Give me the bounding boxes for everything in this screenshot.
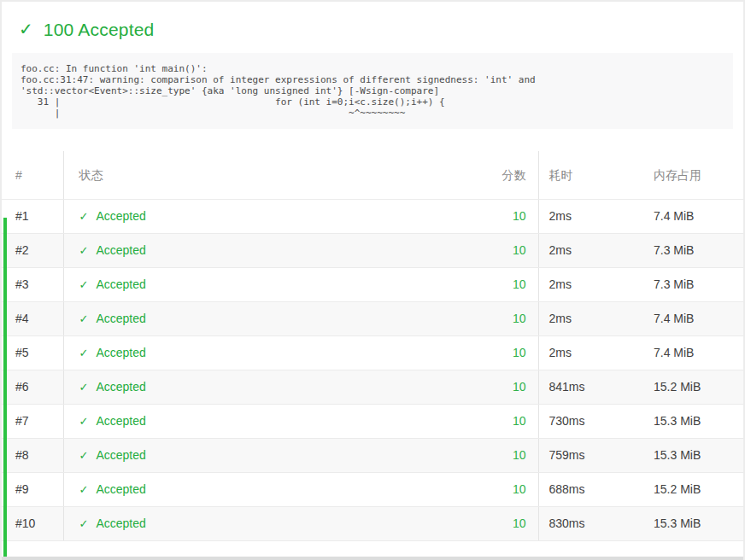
column-header-memory: 内存占用 <box>654 151 743 200</box>
case-score: 10 <box>403 336 538 370</box>
case-score: 10 <box>403 268 538 302</box>
case-status: ✓Accepted <box>63 473 403 507</box>
result-summary-header: ✓ 100 Accepted <box>2 2 743 39</box>
check-icon: ✓ <box>79 244 89 257</box>
check-icon: ✓ <box>79 517 89 530</box>
case-status: ✓Accepted <box>63 370 403 405</box>
case-status: ✓Accepted <box>63 507 403 541</box>
check-icon: ✓ <box>79 449 89 462</box>
case-memory: 15.2 MiB <box>654 473 743 507</box>
case-id: #7 <box>2 405 63 439</box>
case-status-label: Accepted <box>96 209 145 223</box>
table-row: #3✓Accepted102ms7.3 MiB <box>2 268 743 302</box>
check-icon: ✓ <box>79 483 89 496</box>
case-status: ✓Accepted <box>63 405 403 439</box>
check-icon: ✓ <box>79 381 89 394</box>
case-memory: 15.3 MiB <box>654 405 743 439</box>
table-row: #10✓Accepted10830ms15.3 MiB <box>2 507 743 541</box>
case-id: #9 <box>2 473 63 507</box>
case-score: 10 <box>403 234 538 268</box>
case-status: ✓Accepted <box>63 200 403 234</box>
case-status-label: Accepted <box>96 414 145 428</box>
check-icon: ✓ <box>79 312 89 325</box>
table-row: #4✓Accepted102ms7.4 MiB <box>2 302 743 336</box>
check-icon: ✓ <box>79 415 89 428</box>
status-color-bar <box>3 218 7 557</box>
column-header-status: 状态 <box>63 151 403 200</box>
case-status-label: Accepted <box>96 312 145 325</box>
case-status: ✓Accepted <box>63 439 403 473</box>
check-icon: ✓ <box>79 210 89 223</box>
page-title: 100 Accepted <box>44 20 155 38</box>
check-icon: ✓ <box>79 278 89 291</box>
case-status-label: Accepted <box>96 516 145 530</box>
case-time: 2ms <box>538 234 654 268</box>
window-bottom-edge <box>2 557 743 560</box>
case-status: ✓Accepted <box>63 302 403 336</box>
case-status-label: Accepted <box>96 380 145 394</box>
case-memory: 15.2 MiB <box>654 370 743 405</box>
case-id: #8 <box>2 439 63 473</box>
testcase-results-table: # 状态 分数 耗时 内存占用 #1✓Accepted102ms7.4 MiB#… <box>2 151 743 541</box>
case-id: #1 <box>2 200 63 234</box>
table-row: #8✓Accepted10759ms15.3 MiB <box>2 439 743 473</box>
case-time: 841ms <box>538 370 654 405</box>
case-status-label: Accepted <box>96 346 145 359</box>
case-score: 10 <box>403 507 538 541</box>
table-row: #5✓Accepted102ms7.4 MiB <box>2 336 743 370</box>
case-score: 10 <box>403 370 538 405</box>
case-time: 2ms <box>538 336 654 370</box>
case-time: 688ms <box>538 473 654 507</box>
record-detail-page: ✓ 100 Accepted foo.cc: In function 'int … <box>0 0 745 560</box>
case-memory: 7.3 MiB <box>654 234 743 268</box>
case-score: 10 <box>403 302 538 336</box>
case-status: ✓Accepted <box>63 268 403 302</box>
case-status-label: Accepted <box>96 482 145 496</box>
case-id: #3 <box>2 268 63 302</box>
check-icon: ✓ <box>79 347 89 359</box>
case-id: #10 <box>2 507 63 541</box>
case-status-label: Accepted <box>96 277 145 291</box>
column-header-time: 耗时 <box>538 151 654 200</box>
case-memory: 7.3 MiB <box>654 268 743 302</box>
case-id: #5 <box>2 336 63 370</box>
case-memory: 15.3 MiB <box>654 507 743 541</box>
table-row: #9✓Accepted10688ms15.2 MiB <box>2 473 743 507</box>
accepted-check-icon: ✓ <box>19 20 33 38</box>
case-id: #4 <box>2 302 63 336</box>
table-row: #2✓Accepted102ms7.3 MiB <box>2 234 743 268</box>
table-row: #6✓Accepted10841ms15.2 MiB <box>2 370 743 405</box>
results-table-body: #1✓Accepted102ms7.4 MiB#2✓Accepted102ms7… <box>2 200 743 541</box>
table-row: #7✓Accepted10730ms15.3 MiB <box>2 405 743 439</box>
case-memory: 7.4 MiB <box>654 336 743 370</box>
table-header-row: # 状态 分数 耗时 内存占用 <box>2 151 743 200</box>
case-score: 10 <box>403 439 538 473</box>
table-row: #1✓Accepted102ms7.4 MiB <box>2 200 743 234</box>
case-status: ✓Accepted <box>63 234 403 268</box>
case-time: 2ms <box>538 268 654 302</box>
case-status-label: Accepted <box>96 448 145 462</box>
column-header-score: 分数 <box>403 151 538 200</box>
case-id: #2 <box>2 234 63 268</box>
column-header-id: # <box>2 151 63 200</box>
case-time: 2ms <box>538 200 654 234</box>
case-score: 10 <box>403 473 538 507</box>
case-time: 730ms <box>538 405 654 439</box>
case-status: ✓Accepted <box>63 336 403 370</box>
case-memory: 7.4 MiB <box>654 302 743 336</box>
case-time: 830ms <box>538 507 654 541</box>
case-id: #6 <box>2 370 63 405</box>
case-time: 2ms <box>538 302 654 336</box>
case-memory: 15.3 MiB <box>654 439 743 473</box>
case-score: 10 <box>403 405 538 439</box>
case-status-label: Accepted <box>96 243 145 257</box>
compiler-output: foo.cc: In function 'int main()': foo.cc… <box>12 53 733 129</box>
case-memory: 7.4 MiB <box>654 200 743 234</box>
case-time: 759ms <box>538 439 654 473</box>
case-score: 10 <box>403 200 538 234</box>
